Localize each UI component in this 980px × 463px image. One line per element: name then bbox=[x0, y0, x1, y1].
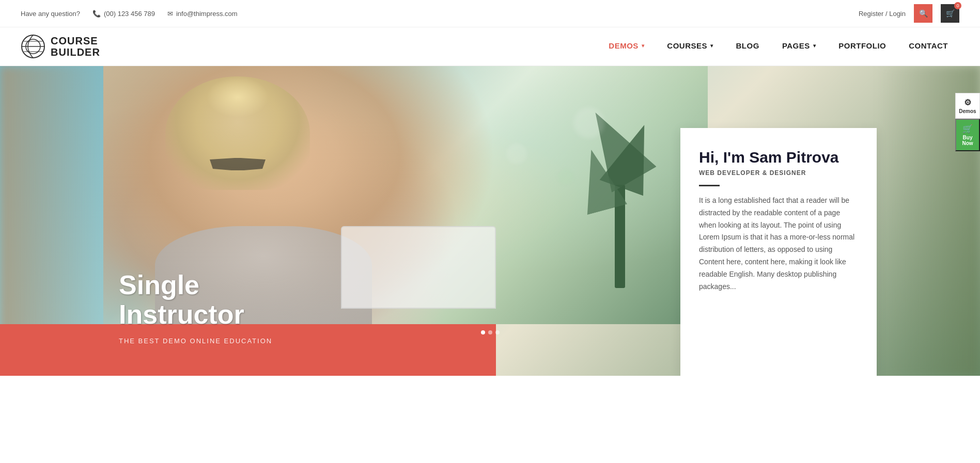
scroll-dot-3[interactable] bbox=[495, 330, 500, 334]
hero-text: Single Instructor bbox=[119, 270, 244, 329]
instructor-bio: It is a long established fact that a rea… bbox=[699, 195, 858, 293]
scroll-dots bbox=[481, 330, 500, 334]
search-icon: 🔍 bbox=[919, 9, 928, 18]
hero-red-left bbox=[0, 324, 103, 376]
nav-item-blog[interactable]: BLOG bbox=[725, 27, 771, 66]
nav-item-pages[interactable]: PAGES ▾ bbox=[771, 27, 827, 66]
nav-item-courses[interactable]: COURSES ▾ bbox=[656, 27, 724, 66]
nav-label-demos: DEMOS bbox=[609, 41, 639, 50]
nav-label-courses: COURSES bbox=[667, 41, 707, 50]
laptop-screen bbox=[341, 226, 496, 309]
bokeh-3 bbox=[558, 169, 573, 185]
register-login-link[interactable]: Register / Login bbox=[859, 10, 906, 18]
bokeh-1 bbox=[573, 107, 604, 138]
nav-label-blog: BLOG bbox=[736, 41, 759, 50]
email-icon: ✉ bbox=[167, 10, 173, 18]
nav-link-demos[interactable]: DEMOS ▾ bbox=[597, 27, 656, 66]
phone-icon: 📞 bbox=[92, 10, 101, 18]
side-buy-button[interactable]: 🛒 Buy Now bbox=[955, 119, 980, 151]
hero-title: Single Instructor bbox=[119, 270, 244, 329]
nav-item-portfolio[interactable]: PORTFOLIO bbox=[827, 27, 897, 66]
gear-icon: ⚙ bbox=[959, 98, 976, 107]
instructor-name: Hi, I'm Sam Pitrova bbox=[699, 149, 858, 166]
buy-label: Buy Now bbox=[962, 135, 973, 146]
top-bar: Have any question? 📞 (00) 123 456 789 ✉ … bbox=[0, 0, 980, 27]
search-button[interactable]: 🔍 bbox=[914, 4, 932, 23]
bokeh-2 bbox=[506, 143, 527, 164]
nav-label-pages: PAGES bbox=[782, 41, 810, 50]
logo-builder: BUILDER bbox=[51, 46, 100, 58]
question-label: Have any question? bbox=[21, 10, 80, 18]
logo[interactable]: COURSE BUILDER bbox=[21, 34, 100, 59]
cart-badge: 0 bbox=[954, 2, 961, 9]
top-bar-left: Have any question? 📞 (00) 123 456 789 ✉ … bbox=[21, 10, 238, 18]
navbar: COURSE BUILDER DEMOS ▾ COURSES ▾ BLOG PA… bbox=[0, 27, 980, 66]
buy-icon: 🛒 bbox=[959, 124, 976, 134]
chevron-down-icon: ▾ bbox=[642, 43, 645, 49]
nav-label-portfolio: PORTFOLIO bbox=[838, 41, 886, 50]
hero-section: Single Instructor THE BEST DEMO ONLINE E… bbox=[0, 66, 980, 376]
hero-title-line1: Single bbox=[119, 270, 199, 300]
instructor-role: WEB DEVELOPER & DESIGNER bbox=[699, 169, 858, 177]
nav-link-pages[interactable]: PAGES ▾ bbox=[771, 27, 827, 66]
nav-link-courses[interactable]: COURSES ▾ bbox=[656, 27, 724, 66]
nav-link-portfolio[interactable]: PORTFOLIO bbox=[827, 27, 897, 66]
nav-item-demos[interactable]: DEMOS ▾ bbox=[597, 27, 656, 66]
cart-icon: 🛒 bbox=[946, 9, 955, 18]
logo-icon bbox=[21, 34, 45, 59]
top-bar-right: Register / Login 🔍 🛒 0 bbox=[859, 4, 959, 23]
email-contact: ✉ info@thimpress.com bbox=[167, 10, 238, 18]
nav-item-contact[interactable]: CONTACT bbox=[897, 27, 959, 66]
hero-subtitle: THE BEST DEMO ONLINE EDUCATION bbox=[119, 337, 272, 345]
instructor-card: Hi, I'm Sam Pitrova WEB DEVELOPER & DESI… bbox=[680, 128, 877, 376]
side-panel: ⚙ Demos 🛒 Buy Now bbox=[955, 93, 980, 151]
phone-contact: 📞 (00) 123 456 789 bbox=[92, 10, 155, 18]
chevron-down-icon-pages: ▾ bbox=[813, 43, 816, 49]
hero-red-main bbox=[103, 324, 496, 376]
nav-link-blog[interactable]: BLOG bbox=[725, 27, 771, 66]
phone-number: (00) 123 456 789 bbox=[104, 10, 155, 18]
scroll-dot-1[interactable] bbox=[481, 330, 485, 334]
hero-title-line2: Instructor bbox=[119, 299, 244, 329]
nav-label-contact: CONTACT bbox=[909, 41, 948, 50]
chevron-down-icon-courses: ▾ bbox=[710, 43, 713, 49]
nav-links: DEMOS ▾ COURSES ▾ BLOG PAGES ▾ PORTFOLIO bbox=[597, 27, 959, 66]
logo-course: COURSE bbox=[51, 35, 100, 46]
side-demos-button[interactable]: ⚙ Demos bbox=[955, 93, 980, 119]
logo-text: COURSE BUILDER bbox=[51, 35, 100, 58]
nav-link-contact[interactable]: CONTACT bbox=[897, 27, 959, 66]
bg-lamp bbox=[207, 76, 269, 118]
scroll-dot-2[interactable] bbox=[488, 330, 492, 334]
email-address: info@thimpress.com bbox=[176, 10, 238, 18]
demos-label: Demos bbox=[959, 108, 976, 114]
cart-button[interactable]: 🛒 0 bbox=[941, 4, 959, 23]
divider bbox=[699, 185, 720, 186]
